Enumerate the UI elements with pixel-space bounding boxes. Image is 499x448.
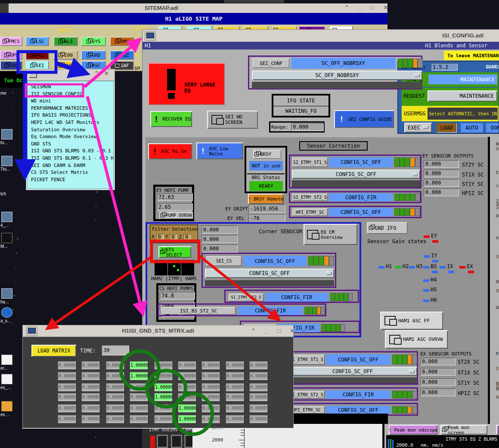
desktop-icon-label[interactable]: M...: [0, 244, 8, 249]
menu-item-picket-fence[interactable]: PICKET FENCE: [31, 177, 112, 184]
matrix-cell-2-1[interactable]: 0.00000: [81, 383, 99, 391]
config-button[interactable]: SEI_CS: [206, 256, 242, 266]
matrix-cell-4-5[interactable]: 1.00000: [178, 404, 196, 412]
matrix-cell-0-8[interactable]: 0.00000: [249, 361, 267, 369]
desktop-icon-label[interactable]: Thi...: [0, 167, 10, 172]
matrix-cell-3-8[interactable]: 0.00000: [249, 393, 267, 401]
menu-item-wd-mini[interactable]: WD mini: [31, 98, 112, 105]
doc-icon[interactable]: [1, 355, 12, 365]
pump-overview-button[interactable]: PUMP OVRVW: [159, 212, 193, 219]
matrix-cell-5-8[interactable]: 0.00000: [249, 415, 267, 423]
menu-item-performance-matrices[interactable]: PERFORMANCE MATRICES: [31, 105, 112, 112]
matrix-cell-0-3[interactable]: 1.00000: [130, 361, 148, 369]
matrix-cell-1-8[interactable]: 0.00000: [249, 372, 267, 380]
matrix-cell-2-3[interactable]: 0.00000: [130, 383, 148, 391]
menu-item-isi-senscor-config[interactable]: ISI SENSCOR CONFIG: [31, 91, 112, 98]
matrix-cell-3-3[interactable]: 0.00000: [130, 393, 148, 401]
matrix-cell-5-0[interactable]: 0.00000: [58, 415, 76, 423]
desktop-icon-label[interactable]: tch: [0, 192, 6, 196]
asc-hi-gain-button[interactable]: ! ASC Hi Gn: [148, 143, 192, 159]
matrix-cell-1-4[interactable]: 0.00000: [154, 372, 172, 380]
matrix-cell-2-0[interactable]: 0.00000: [58, 383, 76, 391]
matrix-cell-1-1[interactable]: 0.00000: [81, 372, 99, 380]
matrix-cell-0-7[interactable]: 0.00000: [226, 361, 244, 369]
desktop-icon-label[interactable]: ha...: [0, 300, 9, 304]
matrix-cell-5-5[interactable]: 1.00000: [178, 415, 196, 423]
app-icon[interactable]: [1, 156, 12, 166]
matrix-cell-3-5[interactable]: 0.00000: [178, 393, 196, 401]
sei-config-guide-button[interactable]: ! SEI CONFIG GUIDE: [334, 110, 394, 128]
config-button[interactable]: SI_ETMY_ST2_S: [292, 194, 328, 201]
config-button[interactable]: ISI_BS_ST2_SC: [161, 307, 236, 315]
matrix-cell-2-2[interactable]: 0.00000: [106, 383, 124, 391]
matrix-cell-3-0[interactable]: 0.00000: [58, 393, 76, 401]
matrix-cell-2-5[interactable]: 0.00000: [178, 383, 196, 391]
desktop-icon-label[interactable]: es ...: [0, 412, 10, 417]
matrix-cell-4-4[interactable]: 0.00000: [154, 404, 172, 412]
config-button[interactable]: SI_ETMX_ST1_S: [288, 355, 325, 365]
desktop-icon-label[interactable]: er...: [0, 366, 8, 371]
menu-item-hepi-l4c-wd-sat-monitors[interactable]: HEPI L4C WD SAT Monitors: [31, 120, 112, 127]
globe-icon[interactable]: [1, 307, 12, 318]
term-icon[interactable]: [1, 233, 12, 243]
clipped-button[interactable]: [496, 425, 499, 435]
matrix-cell-4-6[interactable]: 0.00000: [201, 404, 220, 412]
isi-titlebar[interactable]: ISI_CONFIG.adl: [143, 30, 499, 42]
matrix-cell-1-3[interactable]: 1.00000: [130, 372, 148, 380]
matrix-cell-2-6[interactable]: 0.00000: [201, 383, 220, 391]
matrix-cell-4-3[interactable]: 0.00000: [130, 404, 148, 412]
matrix-cell-3-1[interactable]: 0.00000: [81, 393, 99, 401]
matrix-cell-0-4[interactable]: 0.00000: [154, 361, 172, 369]
matrix-cell-4-7[interactable]: 0.00000: [226, 404, 244, 412]
asc-low-noise-button[interactable]: ! ASC Low Noise: [196, 142, 243, 159]
matrix-cell-0-1[interactable]: 0.00000: [81, 361, 99, 369]
axis-value[interactable]: 0: [170, 234, 177, 240]
app-icon[interactable]: [1, 129, 12, 139]
matrix-cell-5-1[interactable]: 0.00000: [81, 415, 99, 423]
matrix-cell-5-6[interactable]: 0.00000: [201, 415, 220, 423]
menu-item-saturation-overview[interactable]: Saturation Overview: [31, 127, 112, 134]
load-button[interactable]: LOAD: [436, 123, 457, 133]
desktop-icon-label[interactable]: a_s...: [0, 318, 11, 323]
matrix-cell-0-5[interactable]: 0.00000: [178, 361, 196, 369]
matrix-cell-4-8[interactable]: 0.00000: [249, 404, 267, 412]
matrix-cell-3-2[interactable]: 0.00000: [106, 393, 124, 401]
config-dropdown[interactable]: CONFIG_SC_OFF: [288, 367, 417, 376]
eq-cm-overview-button[interactable]: EQ CM Overview: [304, 224, 357, 245]
request-selector[interactable]: MAINTENANCE: [428, 90, 497, 102]
config-button[interactable]: SI_ETMX_ST2_S: [288, 391, 325, 399]
desktop-icon-label[interactable]: me: [0, 91, 6, 96]
recover-eq-button[interactable]: ! RECOVER EQ: [150, 111, 192, 127]
matrix-cell-2-7[interactable]: 0.00000: [226, 383, 244, 391]
ham1-asc-ff-button[interactable]: HAM1 ASC FF: [380, 312, 443, 330]
matrix-cell-0-0[interactable]: 0.00000: [58, 361, 76, 369]
matrix-cell-1-6[interactable]: 0.00000: [201, 372, 220, 380]
matrix-cell-1-0[interactable]: 0.00000: [58, 372, 76, 380]
config-button[interactable]: HPI_ETMY_SC: [292, 208, 328, 216]
menu-item-gnd-sts[interactable]: GND STS: [31, 141, 112, 148]
gnd-ifo-button[interactable]: GND IFO: [367, 222, 407, 234]
desktop-icon-label[interactable]: es_...: [0, 385, 11, 390]
auto-button[interactable]: AUTO: [461, 123, 483, 133]
matrix-cell-5-7[interactable]: 0.00000: [226, 415, 244, 423]
menu-item-eq-common-mode-overview[interactable]: Eq Common Mode Overview: [31, 134, 112, 141]
matrix-cell-1-2[interactable]: 0.00000: [106, 372, 124, 380]
matrix-cell-1-7[interactable]: 0.00000: [226, 372, 244, 380]
menu-titlebar[interactable]: ⌃✕: [26, 69, 115, 81]
matrix-cell-5-4[interactable]: 0.00000: [154, 415, 172, 423]
exec-button[interactable]: EXEC: [404, 123, 432, 133]
config-button[interactable]: SI_ITMY_ST2_S: [229, 294, 263, 301]
sei-conf-dropdown[interactable]: SC_OFF_NOBRSXY: [252, 71, 422, 80]
doc-icon[interactable]: [1, 374, 12, 384]
matrix-cell-5-2[interactable]: 0.00000: [106, 415, 124, 423]
desktop-icon-label[interactable]: to...: [0, 140, 8, 145]
app-icon[interactable]: [1, 288, 12, 299]
menu-item-isi-gnd-sts-blrms-0-03-0-1-hz[interactable]: ISI GND STS BLRMS 0.03 - 0.1 Hz: [31, 148, 112, 155]
matrix-cell-4-2[interactable]: 0.00000: [106, 404, 124, 412]
matrix-cell-2-4[interactable]: 1.00000: [154, 383, 172, 391]
menu-window-controls[interactable]: ⌃✕: [94, 70, 114, 77]
peak-mon-screen-button[interactable]: Peak mon screen: [440, 425, 487, 435]
folder-icon[interactable]: [1, 401, 12, 411]
done-button[interactable]: DON: [486, 123, 499, 133]
brsy-remote-button[interactable]: ! BRSY Remote: [248, 194, 284, 204]
